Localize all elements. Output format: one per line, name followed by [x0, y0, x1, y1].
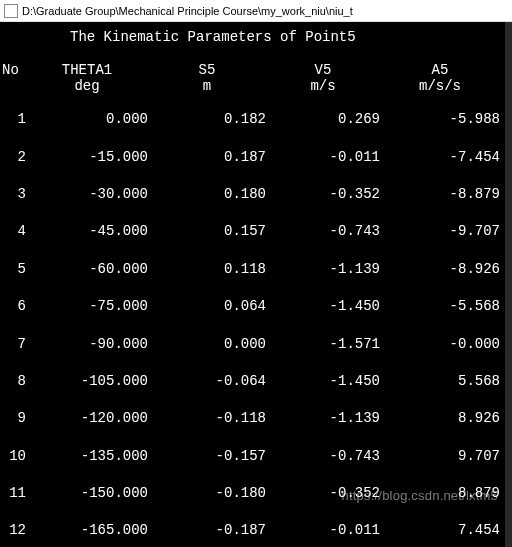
table-row: 5-60.0000.118-1.139-8.926 — [0, 262, 512, 277]
watermark-text: https://blog.csdn.net/lxtm5 — [342, 489, 498, 503]
cell-v5: -0.011 — [266, 523, 380, 538]
cell-s5: 0.118 — [148, 262, 266, 277]
cell-theta: 0.000 — [26, 112, 148, 127]
window-title: D:\Graduate Group\Mechanical Principle C… — [22, 5, 353, 17]
table-row: 12-165.000-0.187-0.0117.454 — [0, 523, 512, 538]
cell-a5: 9.707 — [380, 449, 500, 464]
table-row: 4-45.0000.157-0.743-9.707 — [0, 224, 512, 239]
header-s5: S5 — [148, 63, 266, 78]
cell-no: 7 — [0, 337, 26, 352]
cell-no: 12 — [0, 523, 26, 538]
scrollbar-vertical[interactable] — [505, 22, 512, 547]
cell-a5: -5.988 — [380, 112, 500, 127]
table-row: 7-90.0000.000-1.571-0.000 — [0, 337, 512, 352]
header-no: No — [0, 63, 26, 78]
header-a5: A5 — [380, 63, 500, 78]
cell-a5: -9.707 — [380, 224, 500, 239]
cell-theta: -135.000 — [26, 449, 148, 464]
cell-v5: -1.571 — [266, 337, 380, 352]
unit-no — [0, 79, 26, 94]
cell-a5: -7.454 — [380, 150, 500, 165]
cell-a5: 5.568 — [380, 374, 500, 389]
unit-theta: deg — [26, 79, 148, 94]
cell-v5: -1.139 — [266, 262, 380, 277]
cell-no: 1 — [0, 112, 26, 127]
cell-s5: -0.064 — [148, 374, 266, 389]
cell-v5: -0.743 — [266, 224, 380, 239]
cell-theta: -90.000 — [26, 337, 148, 352]
cell-s5: 0.000 — [148, 337, 266, 352]
cell-v5: -0.352 — [266, 187, 380, 202]
cell-no: 9 — [0, 411, 26, 426]
cell-v5: -0.011 — [266, 150, 380, 165]
table-row: 8-105.000-0.064-1.4505.568 — [0, 374, 512, 389]
cell-s5: 0.157 — [148, 224, 266, 239]
console-area: The Kinematic Parameters of Point5 No TH… — [0, 22, 512, 547]
cell-v5: -1.450 — [266, 374, 380, 389]
table-row: 10-135.000-0.157-0.7439.707 — [0, 449, 512, 464]
cell-theta: -150.000 — [26, 486, 148, 501]
cell-no: 4 — [0, 224, 26, 239]
cell-theta: -105.000 — [26, 374, 148, 389]
app-icon — [4, 4, 18, 18]
table-row: 6-75.0000.064-1.450-5.568 — [0, 299, 512, 314]
cell-s5: 0.182 — [148, 112, 266, 127]
cell-no: 8 — [0, 374, 26, 389]
header-v5: V5 — [266, 63, 380, 78]
cell-theta: -165.000 — [26, 523, 148, 538]
cell-theta: -45.000 — [26, 224, 148, 239]
cell-s5: 0.180 — [148, 187, 266, 202]
table-header: No THETA1 S5 V5 A5 — [0, 63, 512, 78]
cell-a5: -8.926 — [380, 262, 500, 277]
cell-a5: -8.879 — [380, 187, 500, 202]
cell-no: 3 — [0, 187, 26, 202]
table-row: 9-120.000-0.118-1.1398.926 — [0, 411, 512, 426]
cell-a5: 7.454 — [380, 523, 500, 538]
cell-a5: -0.000 — [380, 337, 500, 352]
cell-a5: 8.926 — [380, 411, 500, 426]
cell-s5: 0.187 — [148, 150, 266, 165]
table-row: 10.0000.1820.269-5.988 — [0, 112, 512, 127]
unit-s5: m — [148, 79, 266, 94]
table-body: 10.0000.1820.269-5.9882-15.0000.187-0.01… — [0, 112, 512, 539]
console-window: D:\Graduate Group\Mechanical Principle C… — [0, 0, 512, 547]
cell-theta: -60.000 — [26, 262, 148, 277]
titlebar[interactable]: D:\Graduate Group\Mechanical Principle C… — [0, 0, 512, 22]
cell-s5: -0.118 — [148, 411, 266, 426]
unit-a5: m/s/s — [380, 79, 500, 94]
cell-a5: -5.568 — [380, 299, 500, 314]
cell-s5: 0.064 — [148, 299, 266, 314]
cell-no: 6 — [0, 299, 26, 314]
header-theta: THETA1 — [26, 63, 148, 78]
cell-theta: -120.000 — [26, 411, 148, 426]
cell-v5: -1.450 — [266, 299, 380, 314]
output-title: The Kinematic Parameters of Point5 — [0, 30, 512, 45]
cell-theta: -75.000 — [26, 299, 148, 314]
table-units: deg m m/s m/s/s — [0, 79, 512, 94]
cell-v5: 0.269 — [266, 112, 380, 127]
table-row: 2-15.0000.187-0.011-7.454 — [0, 150, 512, 165]
cell-v5: -1.139 — [266, 411, 380, 426]
cell-v5: -0.743 — [266, 449, 380, 464]
cell-theta: -15.000 — [26, 150, 148, 165]
cell-no: 2 — [0, 150, 26, 165]
cell-s5: -0.187 — [148, 523, 266, 538]
unit-v5: m/s — [266, 79, 380, 94]
cell-no: 11 — [0, 486, 26, 501]
cell-s5: -0.180 — [148, 486, 266, 501]
cell-no: 10 — [0, 449, 26, 464]
cell-s5: -0.157 — [148, 449, 266, 464]
cell-no: 5 — [0, 262, 26, 277]
table-row: 3-30.0000.180-0.352-8.879 — [0, 187, 512, 202]
cell-theta: -30.000 — [26, 187, 148, 202]
